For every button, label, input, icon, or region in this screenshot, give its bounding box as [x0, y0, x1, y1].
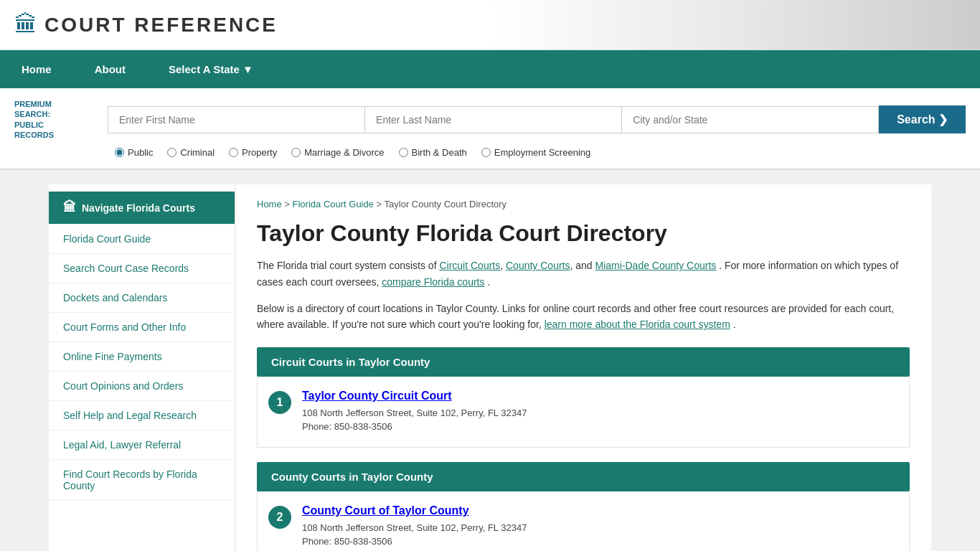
sidebar-link-florida-court-guide[interactable]: Florida Court Guide [63, 233, 151, 245]
search-inputs [108, 106, 879, 133]
sidebar-item-legal-aid-lawyer-referral[interactable]: Legal Aid, Lawyer Referral [49, 430, 235, 460]
miami-dade-courts-link[interactable]: Miami-Dade County Courts [595, 260, 717, 271]
radio-employment-screening[interactable]: Employment Screening [481, 147, 590, 158]
nav-about[interactable]: About [73, 50, 147, 88]
nav-home[interactable]: Home [0, 50, 73, 88]
city-state-input[interactable] [621, 106, 879, 133]
sidebar-item-search-court-case-records[interactable]: Search Court Case Records [49, 254, 235, 283]
breadcrumb-current: Taylor County Court Directory [385, 199, 507, 209]
sidebar-item-court-opinions-and-orders[interactable]: Court Opinions and Orders [49, 372, 235, 401]
radio-birth-death[interactable]: Birth & Death [399, 147, 467, 158]
sidebar-item-self-help-and-legal-research[interactable]: Self Help and Legal Research [49, 401, 235, 430]
breadcrumb: Home > Florida Court Guide > Taylor Coun… [257, 199, 910, 209]
radio-property[interactable]: Property [229, 147, 277, 158]
sidebar-item-online-fine-payments[interactable]: Online Fine Payments [49, 342, 235, 372]
header-background [490, 0, 980, 50]
sidebar-item-dockets-and-calendars[interactable]: Dockets and Calendars [49, 283, 235, 313]
radio-criminal[interactable]: Criminal [167, 147, 215, 158]
search-row: PREMIUM SEARCH: PUBLIC RECORDS Search ❯ [14, 99, 966, 140]
sidebar-link-search-court-case-records[interactable]: Search Court Case Records [63, 263, 189, 274]
logo[interactable]: 🏛 COURT REFERENCE [14, 11, 278, 38]
breadcrumb-florida-court-guide[interactable]: Florida Court Guide [293, 199, 374, 209]
sidebar-item-find-court-records[interactable]: Find Court Records by Florida County [49, 460, 235, 501]
court-number-1: 1 [268, 391, 291, 414]
sidebar-item-court-forms-and-other-info[interactable]: Court Forms and Other Info [49, 313, 235, 342]
logo-icon: 🏛 [14, 11, 37, 38]
breadcrumb-home[interactable]: Home [257, 199, 282, 209]
radio-public[interactable]: Public [115, 147, 153, 158]
circuit-court-phone-1: Phone: 850-838-3506 [302, 420, 527, 434]
circuit-court-info-1: Taylor County Circuit Court 108 North Je… [302, 390, 527, 434]
main-content: Home > Florida Court Guide > Taylor Coun… [235, 184, 931, 551]
search-bar: PREMIUM SEARCH: PUBLIC RECORDS Search ❯ … [0, 88, 980, 170]
sidebar-item-label: Navigate Florida Courts [82, 202, 195, 214]
sidebar-item-navigate-florida-courts[interactable]: 🏛 Navigate Florida Courts [49, 192, 235, 225]
below-text: Below is a directory of court locations … [257, 301, 910, 333]
sidebar-link-court-opinions-and-orders[interactable]: Court Opinions and Orders [63, 380, 183, 392]
county-court-address-1: 108 North Jefferson Street, Suite 102, P… [302, 521, 527, 535]
sidebar-link-court-forms-and-other-info[interactable]: Court Forms and Other Info [63, 321, 186, 333]
courthouse-icon: 🏛 [63, 200, 76, 215]
search-label: PREMIUM SEARCH: PUBLIC RECORDS [14, 99, 108, 140]
sidebar-link-legal-aid-lawyer-referral[interactable]: Legal Aid, Lawyer Referral [63, 439, 181, 451]
inner-layout: 🏛 Navigate Florida Courts Florida Court … [49, 184, 931, 551]
nav-select-state[interactable]: Select A State ▼ [147, 50, 275, 88]
search-type-radios: Public Criminal Property Marriage & Divo… [14, 147, 966, 158]
page-title: Taylor County Florida Court Directory [257, 220, 910, 247]
sidebar: 🏛 Navigate Florida Courts Florida Court … [49, 184, 235, 551]
logo-text: COURT REFERENCE [44, 14, 278, 37]
county-court-card-1: 2 County Court of Taylor County 108 Nort… [257, 491, 910, 551]
circuit-courts-header: Circuit Courts in Taylor County [257, 347, 910, 377]
compare-florida-courts-link[interactable]: compare Florida courts [382, 276, 484, 288]
sidebar-link-dockets-and-calendars[interactable]: Dockets and Calendars [63, 292, 168, 303]
last-name-input[interactable] [364, 106, 621, 133]
sidebar-link-find-court-records[interactable]: Find Court Records by Florida County [63, 468, 197, 491]
county-court-phone-1: Phone: 850-838-3506 [302, 534, 527, 549]
site-header: 🏛 COURT REFERENCE [0, 0, 980, 50]
learn-more-florida-court-link[interactable]: learn more about the Florida court syste… [545, 319, 730, 330]
circuit-court-address-1: 108 North Jefferson Street, Suite 102, P… [302, 406, 527, 420]
page-wrapper: 🏛 Navigate Florida Courts Florida Court … [0, 170, 980, 551]
county-court-name-1[interactable]: County Court of Taylor County [302, 504, 527, 517]
court-number-2: 2 [268, 506, 291, 529]
navigation: Home About Select A State ▼ [0, 50, 980, 88]
radio-marriage-divorce[interactable]: Marriage & Divorce [291, 147, 384, 158]
county-courts-header: County Courts in Taylor County [257, 462, 910, 491]
county-courts-link[interactable]: County Courts [506, 260, 570, 271]
circuit-court-name-1[interactable]: Taylor County Circuit Court [302, 390, 527, 402]
sidebar-item-florida-court-guide[interactable]: Florida Court Guide [49, 225, 235, 254]
county-court-info-1: County Court of Taylor County 108 North … [302, 504, 527, 549]
sidebar-link-self-help-and-legal-research[interactable]: Self Help and Legal Research [63, 410, 197, 421]
circuit-court-card-1: 1 Taylor County Circuit Court 108 North … [257, 377, 910, 448]
sidebar-link-online-fine-payments[interactable]: Online Fine Payments [63, 351, 162, 362]
first-name-input[interactable] [108, 106, 364, 133]
circuit-courts-link[interactable]: Circuit Courts [439, 260, 500, 271]
search-button[interactable]: Search ❯ [879, 105, 966, 133]
intro-text: The Florida trial court system consists … [257, 258, 910, 290]
